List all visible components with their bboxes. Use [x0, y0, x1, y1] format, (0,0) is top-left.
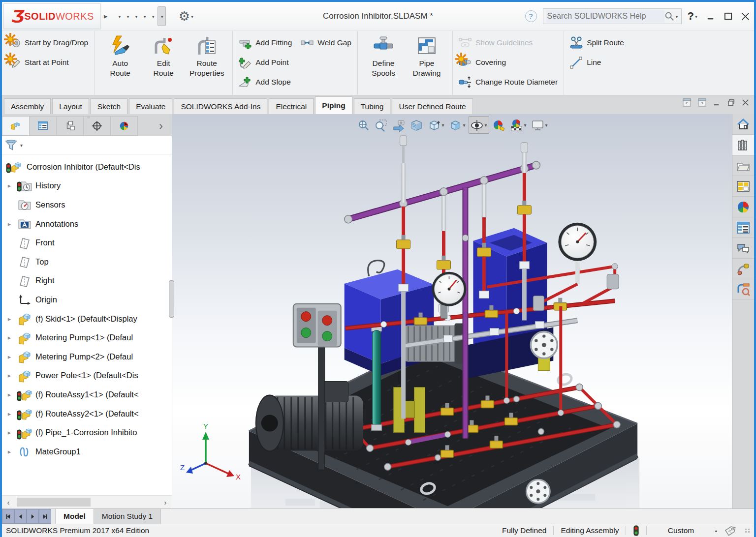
- first-tab-button[interactable]: [2, 509, 14, 524]
- solidworks-forum-button[interactable]: [732, 238, 754, 259]
- tree-item-front-plane[interactable]: ▸ Front: [2, 233, 172, 252]
- view-settings-button[interactable]: ▾: [530, 117, 549, 133]
- help-menu[interactable]: ?▾: [688, 10, 697, 23]
- start-by-dragdrop-button[interactable]: Start by Drag/Drop: [6, 33, 90, 53]
- expand-arrow-icon[interactable]: ▸: [2, 410, 17, 418]
- tree-item-metering-pump-1[interactable]: ▸ Metering Pump<1> (Defaul: [2, 328, 172, 347]
- tree-item-origin[interactable]: ▸ Origin: [2, 290, 172, 309]
- routing-tools-button[interactable]: [732, 279, 754, 300]
- appearances-scenes-button[interactable]: [732, 197, 754, 217]
- tab-electrical[interactable]: Electrical: [269, 98, 314, 114]
- tab-featuremanager[interactable]: [2, 116, 30, 136]
- tree-item-right-plane[interactable]: ▸ Right: [2, 271, 172, 291]
- auto-route-button[interactable]: Auto Route: [98, 33, 142, 78]
- doc-minimize-icon[interactable]: [713, 99, 721, 106]
- tree-item-root-assembly[interactable]: Corrosion Inhibitor (Default<Dis: [2, 157, 172, 177]
- start-at-point-button[interactable]: Start at Point: [6, 53, 90, 72]
- zoom-to-fit-button[interactable]: [355, 117, 371, 133]
- pane-previous-icon[interactable]: [683, 98, 691, 107]
- add-fitting-button[interactable]: Add Fitting: [239, 36, 292, 49]
- add-slope-button[interactable]: Add Slope: [237, 72, 353, 92]
- tab-solidworks-add-ins[interactable]: SOLIDWORKS Add-Ins: [174, 98, 267, 114]
- doc-restore-icon[interactable]: [727, 99, 735, 106]
- search-icon[interactable]: [664, 11, 674, 21]
- filter-funnel-icon[interactable]: [5, 139, 17, 151]
- apply-scene-button[interactable]: ▾: [508, 117, 528, 133]
- tree-item-metering-pump-2[interactable]: ▸ Metering Pump<2> (Defaul: [2, 347, 172, 366]
- caret-icon[interactable]: ▾: [135, 14, 138, 19]
- new-document-button[interactable]: ▾: [116, 7, 123, 26]
- gear-icon[interactable]: ⚙: [179, 10, 190, 23]
- covering-button[interactable]: Covering: [457, 53, 560, 72]
- panel-expand-arrow[interactable]: ›: [150, 116, 172, 136]
- routing-library-button[interactable]: [732, 259, 754, 279]
- rebuild-button[interactable]: [167, 7, 171, 26]
- tree-item-annotations[interactable]: ▸ Annotations: [2, 214, 172, 234]
- toolbar-flyout-arrow[interactable]: ▸: [104, 12, 108, 21]
- save-button[interactable]: ▾: [132, 7, 140, 26]
- status-traffic-light-icon[interactable]: [633, 525, 639, 536]
- edit-appearance-button[interactable]: [491, 117, 507, 133]
- panel-splitter[interactable]: [169, 280, 174, 318]
- caret-icon[interactable]: ▾: [144, 14, 146, 19]
- tree-item-sensors[interactable]: ▸ Sensors: [2, 195, 172, 214]
- weld-gap-button[interactable]: Weld Gap: [301, 36, 351, 49]
- section-view-button[interactable]: [408, 117, 424, 133]
- display-style-button[interactable]: ▾: [447, 117, 467, 133]
- expand-arrow-icon[interactable]: ▸: [2, 448, 17, 455]
- edit-route-button[interactable]: Edit Route: [142, 33, 185, 78]
- model-motor-left[interactable]: [256, 382, 363, 451]
- expand-arrow-icon[interactable]: ▸: [2, 353, 17, 360]
- expand-arrow-icon[interactable]: ▸: [2, 429, 17, 436]
- split-route-button[interactable]: Split Route: [568, 33, 626, 53]
- tree-item-power-pole[interactable]: ▸ Power Pole<1> (Default<Dis: [2, 366, 172, 386]
- tab-layout[interactable]: Layout: [52, 98, 89, 114]
- tree-item-routeassy1[interactable]: ▸ (f) RouteAssy1<1> (Default<: [2, 385, 172, 404]
- tab-piping[interactable]: Piping: [315, 96, 352, 114]
- previous-tab-button[interactable]: [14, 509, 27, 524]
- model-pressure-gauge-1[interactable]: [432, 272, 467, 319]
- tree-item-history[interactable]: ▸ History: [2, 177, 172, 196]
- select-tool-button[interactable]: ▾: [158, 6, 166, 26]
- line-button[interactable]: Line: [568, 53, 626, 72]
- expand-arrow-icon[interactable]: ▸: [2, 372, 17, 379]
- tree-item-mategroup[interactable]: ▸ MateGroup1: [2, 442, 172, 461]
- expand-arrow-icon[interactable]: ▸: [2, 315, 17, 323]
- caret-icon[interactable]: ▾: [161, 14, 163, 19]
- configuration-label[interactable]: Custom: [654, 526, 708, 535]
- view-palette-button[interactable]: [732, 176, 754, 197]
- tab-model[interactable]: Model: [55, 509, 94, 524]
- change-route-diameter-button[interactable]: Change Route Diameter: [457, 72, 560, 92]
- tree-item-skid[interactable]: ▸ (f) Skid<1> (Default<Display: [2, 309, 172, 328]
- scrollbar-thumb[interactable]: [17, 498, 91, 507]
- custom-properties-button[interactable]: [732, 217, 754, 238]
- help-icon[interactable]: ?: [688, 10, 694, 23]
- view-orientation-button[interactable]: ▾: [426, 117, 445, 133]
- expand-arrow-icon[interactable]: ▸: [2, 220, 17, 228]
- tab-propertymanager[interactable]: [30, 116, 57, 136]
- route-properties-button[interactable]: Route Properties: [185, 33, 228, 78]
- minimize-button[interactable]: [706, 12, 716, 21]
- caret-icon[interactable]: ▾: [119, 14, 121, 19]
- config-tag-icon[interactable]: [724, 526, 736, 536]
- caret-icon[interactable]: ▾: [191, 14, 193, 19]
- search-input[interactable]: [546, 10, 665, 23]
- zoom-to-area-button[interactable]: [373, 117, 389, 133]
- close-button[interactable]: [741, 12, 750, 21]
- tab-assembly[interactable]: Assembly: [4, 98, 51, 114]
- quick-tip-icon[interactable]: ?: [525, 10, 537, 22]
- maximize-button[interactable]: [724, 12, 733, 21]
- design-library-button[interactable]: [732, 135, 754, 155]
- expand-arrow-icon[interactable]: ▸: [2, 334, 17, 341]
- scroll-right-icon[interactable]: ›: [159, 498, 172, 507]
- hide-show-items-button[interactable]: ▾: [468, 116, 489, 134]
- tree-item-pipe1[interactable]: ▸ (f) Pipe_1-Corrosion Inhibito: [2, 423, 172, 442]
- caret-icon[interactable]: ▾: [484, 122, 487, 128]
- caret-icon[interactable]: ▾: [441, 122, 444, 128]
- tab-configurationmanager[interactable]: [57, 116, 84, 136]
- tree-item-top-plane[interactable]: ▸ Top: [2, 252, 172, 271]
- scroll-left-icon[interactable]: ‹: [2, 498, 15, 507]
- expand-arrow-icon[interactable]: ▸: [2, 391, 17, 398]
- doc-close-icon[interactable]: [742, 99, 749, 106]
- caret-icon[interactable]: ▾: [695, 14, 697, 19]
